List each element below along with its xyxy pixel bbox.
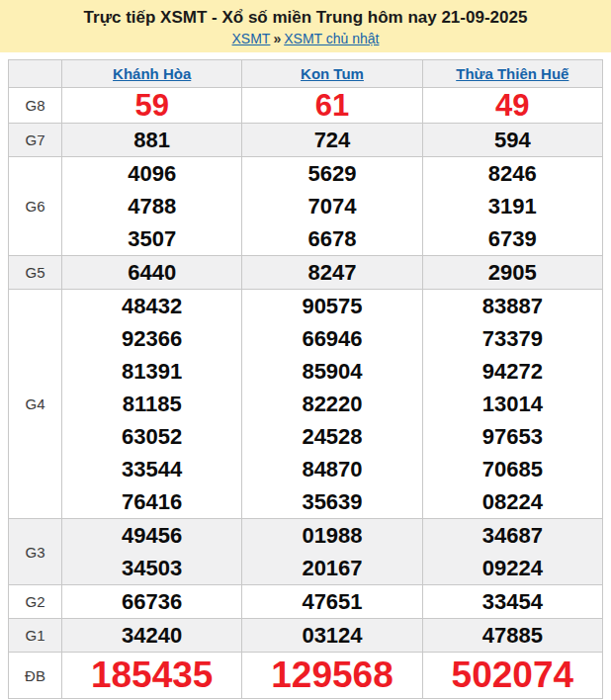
breadcrumb: XSMT»XSMT chủ nhật: [0, 29, 611, 48]
prize-label: G5: [9, 256, 62, 290]
prize-number: 73379: [423, 322, 602, 355]
prize-cell: 47651: [242, 585, 422, 619]
prize-number: 94272: [423, 355, 602, 388]
prize-number: 34503: [62, 552, 241, 584]
prize-number: 81391: [62, 355, 241, 388]
breadcrumb-separator: »: [273, 31, 281, 46]
prize-label: ĐB: [9, 653, 62, 699]
table-row-g5: G5644082472905: [9, 256, 603, 290]
prize-cell: 33454: [422, 585, 602, 619]
prize-number: 6440: [62, 256, 241, 289]
prize-number: 129568: [242, 653, 421, 698]
prize-number: 3507: [62, 222, 241, 255]
breadcrumb-link-xsmt[interactable]: XSMT: [232, 31, 271, 46]
prize-number: 01988: [242, 519, 421, 552]
prize-number: 2905: [423, 256, 602, 289]
prize-cell: 48432923668139181185630523354476416: [62, 290, 242, 519]
table-row-g2: G2667364765133454: [9, 585, 603, 619]
prize-cell: 502074: [422, 653, 602, 699]
prize-cell: 8247: [242, 256, 422, 290]
prize-number: 185435: [62, 653, 241, 698]
prize-number: 70685: [423, 453, 602, 485]
prize-number: 03124: [242, 619, 421, 652]
column-header-khanh-hoa: Khánh Hòa: [62, 60, 242, 88]
prize-number: 08224: [423, 485, 602, 518]
prize-number: 34687: [423, 519, 602, 552]
prize-number: 59: [62, 88, 241, 123]
prize-cell: 724: [242, 124, 422, 157]
prize-number: 81185: [62, 388, 241, 420]
prize-number: 33544: [62, 453, 241, 485]
column-header-thua-thien-hue: Thừa Thiên Huế: [422, 60, 602, 88]
table-row-g6: G6409647883507562970746678824631916739: [9, 157, 603, 256]
prize-label: G1: [9, 619, 62, 653]
prize-number: 881: [62, 124, 241, 156]
prize-number: 85904: [242, 355, 421, 388]
prize-number: 13014: [423, 388, 602, 420]
prize-number: 48432: [62, 290, 241, 322]
prize-number: 4788: [62, 190, 241, 222]
prize-number: 76416: [62, 485, 241, 518]
prize-number: 24528: [242, 420, 421, 453]
prize-cell: 3468709224: [422, 519, 602, 585]
prize-cell: 129568: [242, 653, 422, 699]
table-row-g4: G448432923668139181185630523354476416905…: [9, 290, 603, 519]
prize-cell: 185435: [62, 653, 242, 699]
prize-number: 84870: [242, 453, 421, 485]
prize-label: G8: [9, 88, 62, 124]
prize-number: 47885: [423, 619, 602, 652]
prize-number: 82220: [242, 388, 421, 420]
prize-number: 7074: [242, 190, 421, 222]
prize-number: 5629: [242, 157, 421, 190]
prize-label: G6: [9, 157, 62, 256]
prize-number: 6678: [242, 222, 421, 255]
prize-number: 49: [423, 88, 602, 123]
table-row-g7: G7881724594: [9, 124, 603, 157]
prize-label: G2: [9, 585, 62, 619]
prize-cell: 49: [422, 88, 602, 124]
breadcrumb-link-xsmt-chu-nhat[interactable]: XSMT chủ nhật: [284, 31, 379, 46]
prize-number: 63052: [62, 420, 241, 453]
prize-number: 724: [242, 124, 421, 156]
corner-cell: [9, 60, 62, 88]
prize-number: 594: [423, 124, 602, 156]
prize-cell: 61: [242, 88, 422, 124]
prize-label: G7: [9, 124, 62, 157]
prize-cell: 47885: [422, 619, 602, 653]
prize-cell: 2905: [422, 256, 602, 290]
prize-number: 66736: [62, 585, 241, 618]
prize-number: 97653: [423, 420, 602, 453]
column-header-link-khanh-hoa[interactable]: Khánh Hòa: [113, 65, 191, 82]
prize-label: G4: [9, 290, 62, 519]
prize-cell: 0198820167: [242, 519, 422, 585]
results-table-body: G8596149G7881724594G64096478835075629707…: [9, 88, 603, 699]
page-title: Trực tiếp XSMT - Xổ số miền Trung hôm na…: [0, 7, 611, 29]
prize-cell: 34240: [62, 619, 242, 653]
prize-number: 8247: [242, 256, 421, 289]
column-header-link-thua-thien-hue[interactable]: Thừa Thiên Huế: [456, 65, 568, 82]
prize-cell: 562970746678: [242, 157, 422, 256]
prize-label: G3: [9, 519, 62, 585]
prize-number: 92366: [62, 322, 241, 355]
prize-number: 8246: [423, 157, 602, 190]
prize-number: 09224: [423, 552, 602, 584]
table-row-đb: ĐB185435129568502074: [9, 653, 603, 699]
prize-cell: 03124: [242, 619, 422, 653]
prize-number: 90575: [242, 290, 421, 322]
prize-number: 61: [242, 88, 421, 123]
prize-cell: 4945634503: [62, 519, 242, 585]
prize-cell: 83887733799427213014976537068508224: [422, 290, 602, 519]
prize-cell: 90575669468590482220245288487035639: [242, 290, 422, 519]
prize-cell: 6440: [62, 256, 242, 290]
table-row-g8: G8596149: [9, 88, 603, 124]
prize-number: 35639: [242, 485, 421, 518]
prize-number: 20167: [242, 552, 421, 584]
prize-number: 34240: [62, 619, 241, 652]
prize-cell: 409647883507: [62, 157, 242, 256]
column-header-kon-tum: Kon Tum: [242, 60, 422, 88]
results-table: Khánh Hòa Kon Tum Thừa Thiên Huế G859614…: [8, 59, 603, 699]
prize-number: 47651: [242, 585, 421, 618]
prize-cell: 824631916739: [422, 157, 602, 256]
prize-number: 4096: [62, 157, 241, 190]
column-header-link-kon-tum[interactable]: Kon Tum: [301, 65, 364, 82]
